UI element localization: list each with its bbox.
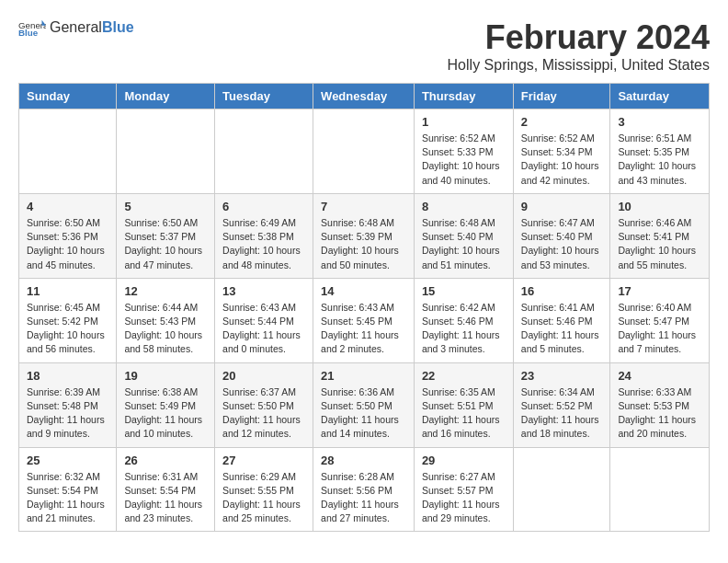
calendar-cell: 4Sunrise: 6:50 AMSunset: 5:36 PMDaylight…: [19, 193, 117, 278]
day-number: 12: [124, 284, 207, 298]
calendar-cell: 21Sunrise: 6:36 AMSunset: 5:50 PMDayligh…: [313, 362, 415, 447]
logo-icon: General Blue: [18, 18, 46, 37]
day-info: Sunrise: 6:38 AMSunset: 5:49 PMDaylight:…: [124, 385, 207, 442]
calendar-cell: [610, 447, 710, 532]
calendar-cell: 17Sunrise: 6:40 AMSunset: 5:47 PMDayligh…: [610, 278, 710, 362]
day-number: 10: [618, 200, 701, 213]
day-number: 15: [422, 284, 506, 298]
calendar-cell: 28Sunrise: 6:28 AMSunset: 5:56 PMDayligh…: [313, 447, 415, 532]
day-number: 23: [521, 369, 603, 383]
day-info: Sunrise: 6:50 AMSunset: 5:37 PMDaylight:…: [124, 216, 207, 272]
day-number: 24: [618, 369, 701, 383]
calendar-cell: 1Sunrise: 6:52 AMSunset: 5:33 PMDaylight…: [414, 109, 513, 194]
day-number: 27: [222, 454, 305, 467]
calendar-header-wednesday: Wednesday: [313, 84, 415, 109]
calendar-cell: [513, 447, 610, 532]
day-number: 8: [422, 200, 506, 213]
calendar-cell: 27Sunrise: 6:29 AMSunset: 5:55 PMDayligh…: [215, 447, 313, 532]
day-number: 29: [422, 454, 506, 467]
calendar-cell: 13Sunrise: 6:43 AMSunset: 5:44 PMDayligh…: [215, 278, 313, 362]
day-info: Sunrise: 6:41 AMSunset: 5:46 PMDaylight:…: [521, 301, 603, 357]
day-number: 22: [422, 369, 506, 383]
calendar-cell: [19, 109, 117, 194]
day-info: Sunrise: 6:35 AMSunset: 5:51 PMDaylight:…: [422, 385, 506, 442]
calendar-week-5: 25Sunrise: 6:32 AMSunset: 5:54 PMDayligh…: [19, 447, 710, 532]
day-info: Sunrise: 6:45 AMSunset: 5:42 PMDaylight:…: [27, 301, 108, 357]
day-number: 19: [124, 369, 207, 383]
calendar-cell: [215, 109, 313, 194]
logo-text-general: General: [50, 19, 102, 36]
calendar-cell: 10Sunrise: 6:46 AMSunset: 5:41 PMDayligh…: [610, 193, 710, 278]
calendar-week-1: 1Sunrise: 6:52 AMSunset: 5:33 PMDaylight…: [19, 109, 710, 194]
day-info: Sunrise: 6:39 AMSunset: 5:48 PMDaylight:…: [27, 385, 108, 442]
day-number: 9: [521, 200, 603, 213]
page-header: General Blue General Blue February 2024 …: [18, 18, 710, 74]
calendar-header-sunday: Sunday: [19, 84, 117, 109]
day-info: Sunrise: 6:48 AMSunset: 5:39 PMDaylight:…: [321, 216, 406, 272]
day-number: 17: [618, 284, 701, 298]
day-number: 1: [422, 115, 506, 129]
day-number: 2: [521, 115, 603, 129]
calendar-cell: 20Sunrise: 6:37 AMSunset: 5:50 PMDayligh…: [215, 362, 313, 447]
calendar-week-4: 18Sunrise: 6:39 AMSunset: 5:48 PMDayligh…: [19, 362, 710, 447]
day-info: Sunrise: 6:31 AMSunset: 5:54 PMDaylight:…: [124, 470, 207, 526]
calendar-cell: 3Sunrise: 6:51 AMSunset: 5:35 PMDaylight…: [610, 109, 710, 194]
calendar-cell: 11Sunrise: 6:45 AMSunset: 5:42 PMDayligh…: [19, 278, 117, 362]
day-number: 5: [124, 200, 207, 213]
calendar-cell: 26Sunrise: 6:31 AMSunset: 5:54 PMDayligh…: [117, 447, 215, 532]
calendar-week-3: 11Sunrise: 6:45 AMSunset: 5:42 PMDayligh…: [19, 278, 710, 362]
day-info: Sunrise: 6:49 AMSunset: 5:38 PMDaylight:…: [222, 216, 305, 272]
day-info: Sunrise: 6:28 AMSunset: 5:56 PMDaylight:…: [321, 470, 406, 526]
day-number: 18: [27, 369, 108, 383]
day-info: Sunrise: 6:37 AMSunset: 5:50 PMDaylight:…: [222, 385, 305, 442]
day-number: 3: [618, 115, 701, 129]
day-info: Sunrise: 6:36 AMSunset: 5:50 PMDaylight:…: [321, 385, 406, 442]
day-info: Sunrise: 6:52 AMSunset: 5:34 PMDaylight:…: [521, 132, 603, 188]
calendar-cell: 9Sunrise: 6:47 AMSunset: 5:40 PMDaylight…: [513, 193, 610, 278]
day-number: 16: [521, 284, 603, 298]
calendar-cell: 7Sunrise: 6:48 AMSunset: 5:39 PMDaylight…: [313, 193, 415, 278]
day-info: Sunrise: 6:40 AMSunset: 5:47 PMDaylight:…: [618, 301, 701, 357]
calendar-cell: 25Sunrise: 6:32 AMSunset: 5:54 PMDayligh…: [19, 447, 117, 532]
calendar-header-thursday: Thursday: [414, 84, 513, 109]
calendar-cell: 16Sunrise: 6:41 AMSunset: 5:46 PMDayligh…: [513, 278, 610, 362]
calendar-header-saturday: Saturday: [610, 84, 710, 109]
subtitle: Holly Springs, Mississippi, United State…: [448, 57, 710, 74]
logo-text-blue: Blue: [102, 19, 134, 36]
calendar-cell: 29Sunrise: 6:27 AMSunset: 5:57 PMDayligh…: [414, 447, 513, 532]
day-info: Sunrise: 6:50 AMSunset: 5:36 PMDaylight:…: [27, 216, 108, 272]
day-info: Sunrise: 6:46 AMSunset: 5:41 PMDaylight:…: [618, 216, 701, 272]
calendar-cell: 23Sunrise: 6:34 AMSunset: 5:52 PMDayligh…: [513, 362, 610, 447]
calendar-cell: 12Sunrise: 6:44 AMSunset: 5:43 PMDayligh…: [117, 278, 215, 362]
calendar-cell: 5Sunrise: 6:50 AMSunset: 5:37 PMDaylight…: [117, 193, 215, 278]
day-number: 26: [124, 454, 207, 467]
calendar-cell: 22Sunrise: 6:35 AMSunset: 5:51 PMDayligh…: [414, 362, 513, 447]
day-number: 11: [27, 284, 108, 298]
calendar-cell: 18Sunrise: 6:39 AMSunset: 5:48 PMDayligh…: [19, 362, 117, 447]
calendar-cell: 24Sunrise: 6:33 AMSunset: 5:53 PMDayligh…: [610, 362, 710, 447]
day-number: 6: [222, 200, 305, 213]
day-number: 25: [27, 454, 108, 467]
day-info: Sunrise: 6:44 AMSunset: 5:43 PMDaylight:…: [124, 301, 207, 357]
svg-text:Blue: Blue: [18, 28, 39, 37]
day-number: 21: [321, 369, 406, 383]
calendar-cell: 14Sunrise: 6:43 AMSunset: 5:45 PMDayligh…: [313, 278, 415, 362]
day-number: 20: [222, 369, 305, 383]
day-number: 28: [321, 454, 406, 467]
day-info: Sunrise: 6:43 AMSunset: 5:45 PMDaylight:…: [321, 301, 406, 357]
logo: General Blue General Blue: [18, 18, 134, 37]
calendar-cell: 6Sunrise: 6:49 AMSunset: 5:38 PMDaylight…: [215, 193, 313, 278]
day-info: Sunrise: 6:51 AMSunset: 5:35 PMDaylight:…: [618, 132, 701, 188]
day-info: Sunrise: 6:52 AMSunset: 5:33 PMDaylight:…: [422, 132, 506, 188]
day-info: Sunrise: 6:34 AMSunset: 5:52 PMDaylight:…: [521, 385, 603, 442]
main-title: February 2024: [448, 18, 710, 57]
calendar-header-tuesday: Tuesday: [215, 84, 313, 109]
calendar-cell: [117, 109, 215, 194]
calendar-cell: 15Sunrise: 6:42 AMSunset: 5:46 PMDayligh…: [414, 278, 513, 362]
day-number: 14: [321, 284, 406, 298]
calendar-cell: 19Sunrise: 6:38 AMSunset: 5:49 PMDayligh…: [117, 362, 215, 447]
day-info: Sunrise: 6:27 AMSunset: 5:57 PMDaylight:…: [422, 470, 506, 526]
day-info: Sunrise: 6:32 AMSunset: 5:54 PMDaylight:…: [27, 470, 108, 526]
calendar-cell: 2Sunrise: 6:52 AMSunset: 5:34 PMDaylight…: [513, 109, 610, 194]
day-info: Sunrise: 6:43 AMSunset: 5:44 PMDaylight:…: [222, 301, 305, 357]
